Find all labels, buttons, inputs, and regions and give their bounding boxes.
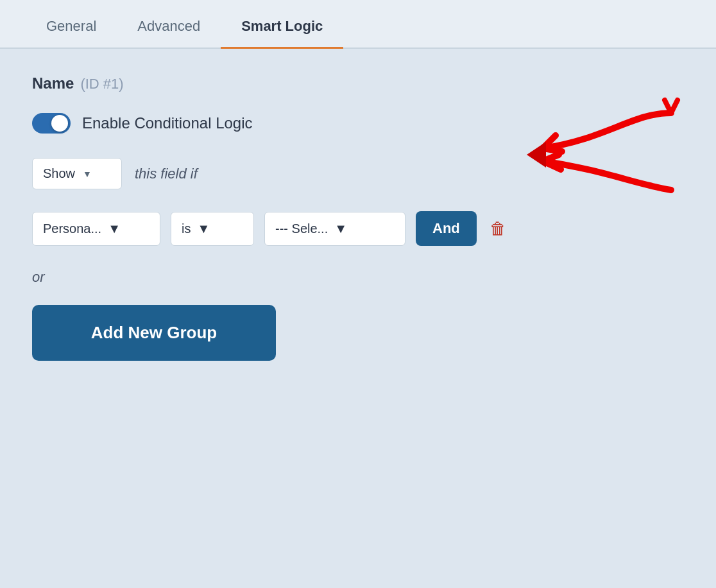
- field-select[interactable]: Persona... ▼: [32, 212, 160, 246]
- show-dropdown-chevron: ▼: [83, 169, 92, 179]
- show-row: Show ▼ this field if: [32, 158, 684, 189]
- delete-condition-icon[interactable]: 🗑: [490, 219, 506, 239]
- toggle-row: Enable Conditional Logic: [32, 113, 684, 134]
- tab-bar: General Advanced Smart Logic: [0, 0, 716, 49]
- or-text: or: [32, 269, 684, 286]
- tab-general[interactable]: General: [26, 0, 117, 48]
- and-button[interactable]: And: [416, 211, 477, 246]
- field-id: (ID #1): [80, 76, 123, 92]
- add-new-group-button[interactable]: Add New Group: [32, 305, 276, 361]
- toggle-label: Enable Conditional Logic: [82, 114, 253, 132]
- value-select-chevron: ▼: [334, 221, 347, 236]
- conditional-logic-toggle[interactable]: [32, 113, 71, 134]
- value-select[interactable]: --- Sele... ▼: [264, 212, 405, 246]
- field-select-chevron: ▼: [108, 221, 121, 236]
- field-name: Name: [32, 74, 74, 92]
- operator-select[interactable]: is ▼: [171, 212, 254, 246]
- content-area: Name (ID #1) Enable Conditional Logic: [0, 49, 716, 386]
- operator-select-chevron: ▼: [197, 221, 210, 236]
- this-field-if-text: this field if: [135, 166, 198, 182]
- tab-smart-logic[interactable]: Smart Logic: [221, 0, 343, 48]
- show-dropdown[interactable]: Show ▼: [32, 158, 122, 189]
- condition-row: Persona... ▼ is ▼ --- Sele... ▼ And 🗑: [32, 211, 684, 246]
- field-title: Name (ID #1): [32, 74, 684, 92]
- main-container: General Advanced Smart Logic Name (ID #1…: [0, 0, 716, 588]
- annotation-arrow: [363, 87, 684, 216]
- tab-advanced[interactable]: Advanced: [117, 0, 221, 48]
